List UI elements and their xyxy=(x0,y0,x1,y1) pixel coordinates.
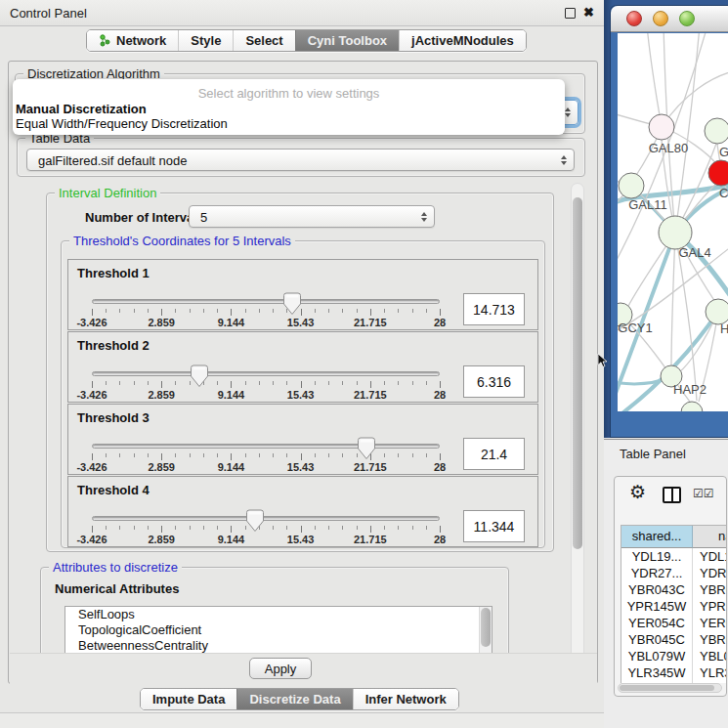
top-tab-bar: NetworkStyleSelectCyni ToolboxjActiveMNo… xyxy=(86,29,527,52)
table-cell: YDR2 xyxy=(693,565,726,581)
slider-thumb[interactable] xyxy=(283,292,301,316)
network-node-gal80[interactable] xyxy=(649,114,674,140)
table-cell: YPR145W xyxy=(621,598,693,615)
table-cell: YBR0 xyxy=(693,581,726,598)
tab-select[interactable]: Select xyxy=(233,30,294,51)
slider-thumb[interactable] xyxy=(191,364,208,388)
table-cell: YDL1 xyxy=(693,548,726,565)
network-icon xyxy=(99,34,111,47)
network-node-gal[interactable] xyxy=(705,118,728,144)
table-cell: YLR3 xyxy=(693,664,726,681)
tick-label: 28 xyxy=(434,534,446,545)
threshold-value-field[interactable]: 6.316 xyxy=(463,365,525,398)
panel-scrollbar[interactable] xyxy=(571,183,584,683)
tick-label: 2.859 xyxy=(148,534,175,545)
table-cell: YDL19... xyxy=(621,548,693,565)
node-table: shared...na YDL19...YDL1YDR27...YDR2YBR0… xyxy=(621,525,727,683)
table-panel-title: Table Panel xyxy=(620,447,686,461)
node-label: GAL xyxy=(719,145,728,159)
close-panel-icon[interactable]: ✖ xyxy=(583,5,594,20)
float-window-icon[interactable] xyxy=(565,8,576,19)
tab-discretize-data[interactable]: Discretize Data xyxy=(236,689,352,709)
tick-label: 15.43 xyxy=(287,317,315,328)
tick-label: -3.426 xyxy=(76,317,107,328)
slider-thumb[interactable] xyxy=(358,437,375,460)
tick-label: -3.426 xyxy=(76,534,107,545)
threshold-label: Threshold 2 xyxy=(77,338,150,353)
tab-impute-data[interactable]: Impute Data xyxy=(141,689,236,709)
network-window-titlebar[interactable] xyxy=(611,6,728,32)
table-data-combobox[interactable]: galFiltered.sif default node xyxy=(26,149,575,171)
num-intervals-combobox[interactable]: 5 xyxy=(189,205,435,228)
group-title: Threshold's Coordinates for 5 Intervals xyxy=(69,234,295,248)
table-cell: YBR0 xyxy=(693,631,726,648)
threshold-value-field[interactable]: 11.344 xyxy=(463,510,525,542)
dropdown-prompt: Select algorithm to view settings xyxy=(13,86,565,101)
tick-label: 9.144 xyxy=(218,317,245,328)
table-data-group: Table Data galFiltered.sif default node xyxy=(17,138,585,177)
scrollbar-thumb[interactable] xyxy=(620,685,714,691)
minimize-traffic-light-button[interactable] xyxy=(653,11,668,26)
table-row[interactable]: YER054CYER0 xyxy=(621,615,726,631)
network-node-c[interactable] xyxy=(708,160,728,186)
threshold-value-field[interactable]: 21.4 xyxy=(463,438,525,470)
attribute-list-item[interactable]: TopologicalCoefficient xyxy=(65,622,492,638)
tab-label: Infer Network xyxy=(365,692,447,707)
table-row[interactable]: YBL079WYBL0 xyxy=(621,648,726,664)
tab-label: Impute Data xyxy=(152,692,225,707)
table-row[interactable]: YDR27...YDR2 xyxy=(621,565,726,581)
threshold-panel: Threshold 3-3.4262.8599.14415.4321.71528… xyxy=(67,404,538,475)
tab-cyni-toolbox[interactable]: Cyni Toolbox xyxy=(295,30,399,51)
table-cell: YBL0 xyxy=(693,648,726,664)
split-columns-icon[interactable] xyxy=(663,487,681,503)
apply-button[interactable]: Apply xyxy=(249,658,312,679)
network-node[interactable] xyxy=(681,402,703,411)
network-node-gal4[interactable] xyxy=(659,216,692,249)
table-header-row: shared...na xyxy=(621,526,726,548)
attribute-list-item[interactable]: SelfLoops xyxy=(65,607,492,622)
table-hscrollbar[interactable] xyxy=(618,683,722,693)
table-cell: YLR345W xyxy=(621,664,693,681)
scrollbar-thumb[interactable] xyxy=(481,608,491,647)
close-traffic-light-button[interactable] xyxy=(626,11,642,26)
numerical-attributes-label: Numerical Attributes xyxy=(55,581,179,596)
network-node-gal11[interactable] xyxy=(619,173,644,198)
checkbox-icons[interactable]: ☑☑ xyxy=(693,487,714,500)
tick-label: 9.144 xyxy=(218,389,245,401)
threshold-slider[interactable]: -3.4262.8599.14415.4321.71528 xyxy=(92,292,440,331)
node-label: HAP2 xyxy=(673,382,707,397)
column-header[interactable]: shared... xyxy=(621,526,693,548)
table-row[interactable]: YLR345WYLR3 xyxy=(621,664,726,681)
threshold-slider[interactable]: -3.4262.8599.14415.4321.71528 xyxy=(92,437,440,476)
slider-thumb[interactable] xyxy=(246,509,264,533)
network-canvas[interactable]: GAL80GALCGAL11GAL4GCY1HHAP2 xyxy=(618,33,728,411)
scrollbar-thumb[interactable] xyxy=(573,197,582,549)
table-panel-titlebar: Table Panel xyxy=(604,440,728,470)
gear-icon[interactable]: ⚙ xyxy=(629,482,646,503)
table-cell: YPR1 xyxy=(693,598,726,615)
list-scrollbar[interactable] xyxy=(479,607,492,658)
threshold-slider[interactable]: -3.4262.8599.14415.4321.71528 xyxy=(92,364,440,404)
tick-label: -3.426 xyxy=(76,389,107,401)
tab-label: Cyni Toolbox xyxy=(308,33,387,48)
threshold-value-field[interactable]: 14.713 xyxy=(463,293,525,325)
zoom-traffic-light-button[interactable] xyxy=(679,11,695,26)
table-row[interactable]: YBR045CYBR0 xyxy=(621,631,726,648)
dropdown-option-manual-discretization[interactable]: Manual Discretization xyxy=(16,102,147,116)
tab-network[interactable]: Network xyxy=(87,30,178,51)
attribute-list-item[interactable]: BetweennessCentrality xyxy=(65,638,492,654)
tab-style[interactable]: Style xyxy=(178,30,233,51)
thresholds-group: Threshold's Coordinates for 5 Intervals … xyxy=(61,240,545,548)
tick-label: 15.43 xyxy=(287,534,315,545)
tab-infer-network[interactable]: Infer Network xyxy=(353,689,458,709)
table-row[interactable]: YDL19...YDL1 xyxy=(621,548,726,565)
attributes-list[interactable]: SelfLoopsTopologicalCoefficientBetweenne… xyxy=(64,606,492,659)
threshold-slider[interactable]: -3.4262.8599.14415.4321.71528 xyxy=(92,509,440,548)
table-row[interactable]: YBR043CYBR0 xyxy=(621,581,726,598)
control-panel-titlebar: Control Panel ✖ xyxy=(0,0,604,26)
column-header[interactable]: na xyxy=(693,526,726,548)
group-title: Interval Definition xyxy=(55,186,160,200)
dropdown-option-equal-width-frequency[interactable]: Equal Width/Frequency Discretization xyxy=(16,116,228,131)
table-row[interactable]: YPR145WYPR1 xyxy=(621,598,726,615)
tab-jactivemnodules[interactable]: jActiveMNodules xyxy=(399,30,526,51)
